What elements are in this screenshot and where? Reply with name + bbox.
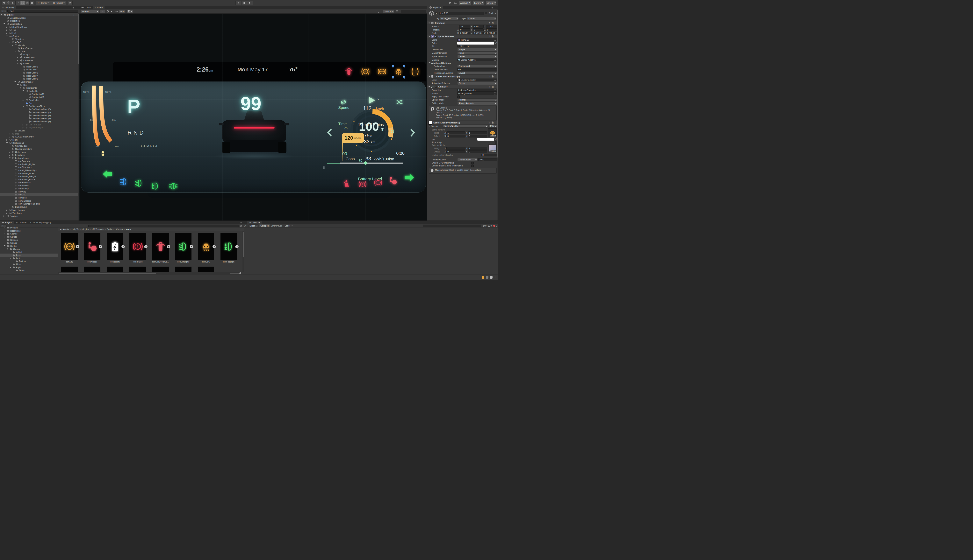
- asset-tile-ringp[interactable]: P: [84, 267, 100, 272]
- error-pause-button[interactable]: Error Pause: [271, 225, 283, 227]
- hierarchy-item-iconturnlightleft[interactable]: IconTurnLightLeft: [0, 172, 78, 175]
- tab-console[interactable]: ≣Console: [247, 221, 262, 224]
- scene-viewport[interactable]: 2:26pm Mon May 17 75°F PABS! 100% 100% 5…: [79, 13, 427, 220]
- info-count[interactable]: 0: [482, 225, 486, 227]
- media-play-icon[interactable]: [367, 96, 376, 105]
- hierarchy-item-background[interactable]: Background: [0, 205, 78, 208]
- layout-dropdown[interactable]: Layout: [485, 1, 497, 5]
- expand-sprite-button[interactable]: [99, 245, 102, 248]
- color-swatch[interactable]: [457, 42, 494, 45]
- asset-tile-IconESC[interactable]: IconESC: [198, 233, 214, 263]
- grid-visibility-dropdown[interactable]: [127, 10, 133, 13]
- scale-tool-button[interactable]: [15, 1, 20, 5]
- console-search-input[interactable]: [423, 225, 481, 227]
- material-header[interactable]: Sprites-Additive (Material) ?⎘⋮: [427, 121, 498, 125]
- collapse-button[interactable]: Collapse: [259, 224, 270, 227]
- project-folder-scripts[interactable]: Scripts: [0, 235, 58, 238]
- project-folder-scenes[interactable]: Scenes: [0, 232, 58, 235]
- update-mode-dropdown[interactable]: Normal: [457, 98, 497, 101]
- grid-hscrollbar[interactable]: [59, 272, 242, 274]
- sprite-texture-thumbnail[interactable]: Select: [488, 128, 497, 137]
- tint-swatch[interactable]: [477, 138, 494, 141]
- hierarchy-item-rearlights[interactable]: RearLights: [0, 98, 78, 102]
- project-folder-sprites[interactable]: Sprites: [0, 244, 58, 248]
- asset-tile-IconCarDoorsWa...[interactable]: IconCarDoorsWa...: [152, 233, 169, 263]
- hierarchy-item-iconbrakes[interactable]: IconBrakes: [0, 184, 78, 187]
- step-button[interactable]: [247, 1, 253, 5]
- lock-icon[interactable]: [240, 221, 242, 223]
- hierarchy-item-icondimlights[interactable]: IconDimLights: [0, 166, 78, 169]
- hierarchy-item-innerlines[interactable]: InnerLines: [0, 153, 78, 157]
- hierarchy-item-background[interactable]: Background: [0, 142, 78, 145]
- tab-project[interactable]: Project: [0, 221, 13, 224]
- sorting-layer-dropdown[interactable]: Foreground: [457, 65, 497, 68]
- inspector-menu-icon[interactable]: ⋮: [495, 6, 497, 9]
- asset-tile-ringp[interactable]: P: [107, 267, 123, 272]
- dsgi-checkbox[interactable]: [471, 165, 474, 167]
- hierarchy-item-frontlights[interactable]: FrontLights: [0, 87, 78, 90]
- project-folder-left[interactable]: Left: [0, 257, 58, 260]
- hierarchy-item-iconhighbeamlight[interactable]: IconHighBeamLight: [0, 169, 78, 172]
- clear-button[interactable]: Clear: [249, 224, 258, 227]
- pivot-global-button[interactable]: Global: [51, 1, 66, 5]
- gizmos-dropdown[interactable]: Gizmos: [383, 10, 395, 13]
- thumbnail-zoom-slider[interactable]: [230, 273, 241, 273]
- cloud-services-icon[interactable]: [453, 1, 457, 5]
- repeat-icon[interactable]: [340, 99, 347, 105]
- custom-tools-button[interactable]: [30, 1, 34, 5]
- active-checkbox[interactable]: [436, 12, 438, 14]
- hierarchy-item-floor-glow-1[interactable]: Floor Glow 1: [0, 65, 78, 68]
- error-count[interactable]: 0: [493, 225, 497, 227]
- scene-menu-icon[interactable]: ⋮: [73, 13, 78, 16]
- project-folder-signals[interactable]: Signals: [0, 241, 58, 244]
- hierarchy-item-clusterframeline[interactable]: ClusterFrameLine: [0, 147, 78, 150]
- page-right-chevron[interactable]: [410, 128, 415, 137]
- status-menu-icon[interactable]: ⋮: [494, 276, 496, 278]
- hidden-objects-toggle[interactable]: 0: [119, 10, 125, 13]
- media-progress-bar[interactable]: [340, 163, 403, 163]
- scene-search-input[interactable]: [401, 10, 426, 13]
- order-in-layer-field[interactable]: 50: [457, 68, 497, 71]
- project-folder-resources[interactable]: Resources: [0, 229, 58, 232]
- hierarchy-item-iconturnlightright[interactable]: IconTurnLightRight: [0, 175, 78, 178]
- expand-sprite-button[interactable]: [212, 245, 216, 248]
- layer-dropdown[interactable]: Cluster: [467, 17, 497, 20]
- hierarchy-item-lanelines[interactable]: LaneLines: [0, 59, 78, 62]
- hierarchy-item-carshadowfloor-1-[interactable]: CarShadowFloor (1): [0, 114, 78, 117]
- project-folder-lines[interactable]: Lines: [0, 263, 58, 266]
- asset-tile-arrowl[interactable]: [198, 267, 214, 272]
- mask-interaction-dropdown[interactable]: None: [457, 52, 497, 55]
- esc-warning-icon[interactable]: [394, 67, 403, 77]
- hierarchy-item-carshadowfloor-1-[interactable]: CarShadowFloor (1): [0, 120, 78, 123]
- hierarchy-item-visualization[interactable]: Visualization: [0, 22, 78, 25]
- move-tool-button[interactable]: [6, 1, 11, 5]
- render-queue-dropdown[interactable]: From Shader: [457, 158, 478, 161]
- asset-tile-highbeam[interactable]: [61, 267, 78, 272]
- asset-tile-IconFogLight[interactable]: IconFogLight: [221, 233, 237, 263]
- activation-behavior-dropdown[interactable]: Steady: [457, 82, 497, 85]
- hierarchy-item-right[interactable]: Right: [0, 138, 78, 142]
- help-icon[interactable]: ?: [489, 22, 490, 24]
- tab-inspector[interactable]: iInspector: [427, 6, 443, 9]
- shader-dropdown[interactable]: Sprites/Additive: [443, 125, 488, 128]
- hierarchy-item-lane[interactable]: Lane: [0, 50, 78, 53]
- flip-y-checkbox[interactable]: [465, 45, 467, 47]
- project-folder-right[interactable]: Right: [0, 266, 58, 269]
- hierarchy-item-interaction[interactable]: Interaction: [0, 19, 78, 22]
- effects-dropdown-icon[interactable]: [115, 10, 118, 13]
- project-folder-shaders[interactable]: Shaders: [0, 238, 58, 242]
- grid-snap-button[interactable]: [68, 1, 73, 5]
- hierarchy-item-iconabs[interactable]: IconABS: [0, 190, 78, 193]
- controller-picker[interactable]: [494, 89, 496, 91]
- hierarchy-item-floor-glow-3[interactable]: Floor Glow 3: [0, 71, 78, 74]
- hierarchy-item-carshadowfloor-4-[interactable]: CarShadowFloor (4): [0, 111, 78, 114]
- shader-edit-button[interactable]: Edit...: [489, 125, 497, 128]
- project-folder-battery[interactable]: Battery: [0, 260, 58, 263]
- hierarchy-item-iconcardoors[interactable]: IconCarDoors: [0, 199, 78, 202]
- asset-tile-IconDimLights[interactable]: IconDimLights: [175, 233, 192, 263]
- hierarchy-item-adascamera[interactable]: AdasCamera: [0, 47, 78, 50]
- tab-game[interactable]: Game: [79, 6, 93, 9]
- hierarchy-item-carlights[interactable]: CarLights: [0, 90, 78, 93]
- expand-sprite-button[interactable]: [144, 245, 147, 248]
- warning-count[interactable]: 0: [488, 225, 492, 227]
